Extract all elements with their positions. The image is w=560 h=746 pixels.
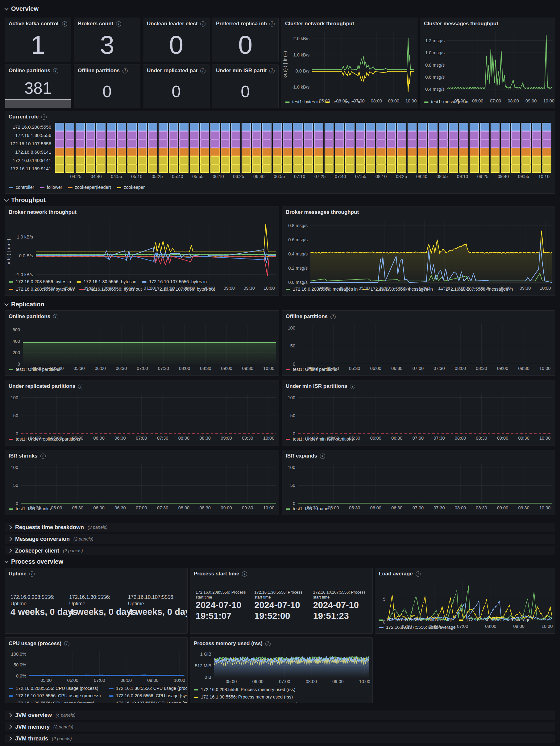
panel-title[interactable]: Load average [379,571,413,577]
panel-title[interactable]: Under replicated partitions [9,383,75,389]
state-box[interactable] [138,148,147,156]
state-box[interactable] [231,131,240,139]
state-box[interactable] [356,148,365,156]
state-box[interactable] [542,156,552,165]
state-box[interactable] [304,123,313,131]
state-box[interactable] [470,131,479,139]
state-box[interactable] [408,165,417,173]
panel-title[interactable]: Current role [9,114,38,120]
section-header-jvm-overview[interactable]: JVM overview (4 panels) [5,711,555,720]
state-box[interactable] [283,139,292,148]
state-box[interactable] [211,148,220,156]
state-box[interactable] [273,165,282,173]
state-box[interactable] [128,131,137,139]
state-box[interactable] [449,148,458,156]
state-box[interactable] [169,148,178,156]
state-box[interactable] [325,131,334,139]
state-box[interactable] [542,131,552,139]
state-box[interactable] [470,139,479,148]
state-box[interactable] [449,123,458,131]
state-box[interactable] [179,156,189,165]
state-box[interactable] [366,156,375,165]
state-box[interactable] [242,148,251,156]
timeline-row-boxes[interactable] [55,148,551,156]
state-box[interactable] [532,165,541,173]
state-box[interactable] [86,148,95,156]
legend-item[interactable]: 172.16.0.208:5556: Process memory used (… [194,686,369,693]
state-box[interactable] [117,165,127,173]
state-box[interactable] [428,148,438,156]
state-box[interactable] [501,148,510,156]
state-box[interactable] [273,139,282,148]
state-box[interactable] [397,139,407,148]
state-box[interactable] [273,156,282,165]
state-box[interactable] [96,139,106,148]
state-box[interactable] [376,139,386,148]
state-box[interactable] [200,123,209,131]
state-box[interactable] [314,165,324,173]
state-box[interactable] [86,139,95,148]
state-box[interactable] [428,123,438,131]
process-memory-chart[interactable]: 1 GiB512 MiB0 B05:0006:0007:0008:0009:00… [190,648,372,685]
state-box[interactable] [65,123,75,131]
state-box[interactable] [325,156,334,165]
state-box[interactable] [449,156,458,165]
legend-item[interactable]: controller [9,184,34,191]
isr-shrinks-chart[interactable]: 10050004:3005:0005:3006:0006:3007:0007:3… [5,460,279,505]
state-box[interactable] [335,123,344,131]
panel-title[interactable]: Brokers count [78,21,113,27]
state-box[interactable] [65,156,75,165]
state-box[interactable] [273,131,282,139]
state-box[interactable] [128,123,137,131]
timeline-row-boxes[interactable] [55,165,551,173]
state-box[interactable] [397,123,407,131]
panel-title[interactable]: Uptime [9,571,27,577]
state-box[interactable] [252,131,261,139]
state-box[interactable] [542,148,552,156]
panel-title[interactable]: Under min ISR partitio [216,67,267,74]
state-box[interactable] [221,123,230,131]
state-box[interactable] [190,131,199,139]
section-header-replication[interactable]: Replication [5,300,45,309]
state-box[interactable] [283,123,292,131]
state-box[interactable] [428,156,438,165]
state-box[interactable] [335,131,344,139]
state-box[interactable] [522,156,531,165]
state-box[interactable] [449,139,458,148]
state-box[interactable] [345,165,355,173]
info-icon[interactable]: i [242,571,247,577]
state-box[interactable] [96,131,106,139]
info-icon[interactable]: i [62,21,67,27]
legend-item[interactable]: 172.16.10.107:5556: Process memory used … [194,701,369,703]
state-box[interactable] [459,131,469,139]
state-box[interactable] [376,156,386,165]
state-box[interactable] [293,156,303,165]
state-box[interactable] [96,156,106,165]
panel-title[interactable]: Broker messages throughput [286,209,359,216]
state-box[interactable] [117,156,127,165]
state-box[interactable] [387,123,396,131]
state-box[interactable] [200,148,209,156]
legend-item[interactable]: zookeeper [117,184,145,191]
state-box[interactable] [397,131,407,139]
state-box[interactable] [169,123,178,131]
state-box[interactable] [511,148,521,156]
state-box[interactable] [439,139,448,148]
state-box[interactable] [262,123,272,131]
state-box[interactable] [397,156,407,165]
state-box[interactable] [376,131,386,139]
state-box[interactable] [148,148,157,156]
panel-title[interactable]: ISR shrinks [9,453,38,459]
state-box[interactable] [159,148,168,156]
isr-expands-chart[interactable]: 10050004:3005:0005:3006:0006:3007:0007:3… [282,460,555,505]
info-icon[interactable]: i [320,454,325,459]
state-box[interactable] [55,139,64,148]
state-box[interactable] [511,123,521,131]
panel-title[interactable]: Process start time [194,571,239,577]
state-box[interactable] [148,156,157,165]
state-box[interactable] [314,156,324,165]
state-box[interactable] [179,165,189,173]
state-box[interactable] [169,156,178,165]
section-header-zookeeper-client[interactable]: Zookeeper client (2 panels) [5,546,555,555]
state-box[interactable] [283,131,292,139]
